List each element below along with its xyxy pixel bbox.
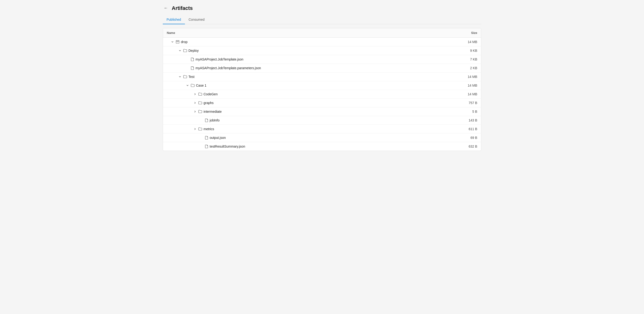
file-icon bbox=[205, 145, 208, 148]
row-name-label: jobInfo bbox=[210, 118, 220, 122]
table-row: jobInfo143 B bbox=[163, 116, 481, 125]
row-size-label: 5 B bbox=[472, 110, 477, 113]
row-name-label: graphs bbox=[204, 101, 214, 105]
row-size-label: 14 MB bbox=[468, 92, 477, 96]
row-size-label: 143 B bbox=[468, 118, 477, 122]
table-row: myASAProject.JobTemplate.parameters.json… bbox=[163, 64, 481, 72]
row-name-label: myASAProject.JobTemplate.parameters.json bbox=[196, 66, 261, 70]
row-name-label: CodeGen bbox=[204, 92, 218, 96]
tab-bar: PublishedConsumed bbox=[163, 15, 481, 24]
folder-icon bbox=[198, 127, 202, 131]
file-icon bbox=[191, 57, 194, 61]
col-size-header: Size bbox=[471, 31, 477, 35]
row-name-label: myASAProject.JobTemplate.json bbox=[196, 57, 243, 61]
row-size-label: 69 B bbox=[470, 136, 477, 140]
row-name-label: drop bbox=[181, 40, 188, 44]
row-name-label: intermediate bbox=[204, 110, 222, 113]
table-row: Test14 MB bbox=[163, 72, 481, 81]
table-row: Case 114 MB bbox=[163, 81, 481, 90]
row-size-label: 14 MB bbox=[468, 75, 477, 79]
table-header: Name Size bbox=[163, 28, 481, 38]
folder-icon bbox=[183, 75, 187, 79]
chevron-right-icon[interactable] bbox=[193, 128, 197, 130]
row-name-label: Deploy bbox=[188, 49, 199, 52]
chevron-right-icon[interactable] bbox=[193, 110, 197, 113]
row-size-label: 611 B bbox=[468, 127, 477, 131]
row-name-label: Test bbox=[188, 75, 194, 79]
row-size-label: 7 KB bbox=[470, 57, 477, 61]
table-row: Deploy9 KB bbox=[163, 46, 481, 55]
artifacts-table: Name Size drop14 MB Deploy9 KB myASAProj… bbox=[163, 28, 481, 151]
row-name-label: output.json bbox=[210, 136, 226, 140]
chevron-down-icon[interactable] bbox=[170, 41, 174, 43]
file-icon bbox=[191, 66, 194, 70]
table-row: drop14 MB bbox=[163, 38, 481, 46]
archive-icon bbox=[176, 40, 180, 44]
row-name-label: metrics bbox=[204, 127, 214, 131]
row-name-label: Case 1 bbox=[196, 84, 206, 87]
chevron-right-icon[interactable] bbox=[193, 102, 197, 104]
back-button[interactable]: ← bbox=[163, 5, 169, 11]
table-row: intermediate5 B bbox=[163, 107, 481, 116]
tab-consumed[interactable]: Consumed bbox=[185, 15, 208, 24]
table-row: output.json69 B bbox=[163, 133, 481, 142]
page: ← Artifacts PublishedConsumed Name Size … bbox=[157, 0, 487, 156]
table-row: testResultSummary.json632 B bbox=[163, 142, 481, 151]
row-name-label: testResultSummary.json bbox=[210, 145, 245, 148]
file-icon bbox=[205, 136, 208, 140]
row-size-label: 14 MB bbox=[468, 84, 477, 87]
page-title: Artifacts bbox=[172, 5, 193, 11]
row-size-label: 2 KB bbox=[470, 66, 477, 70]
file-icon bbox=[205, 118, 208, 122]
page-header: ← Artifacts bbox=[163, 5, 481, 11]
table-row: metrics611 B bbox=[163, 125, 481, 133]
table-body: drop14 MB Deploy9 KB myASAProject.JobTem… bbox=[163, 38, 481, 151]
chevron-down-icon[interactable] bbox=[178, 75, 182, 78]
row-size-label: 9 KB bbox=[470, 49, 477, 52]
row-size-label: 757 B bbox=[468, 101, 477, 105]
chevron-down-icon[interactable] bbox=[178, 49, 182, 52]
table-row: graphs757 B bbox=[163, 99, 481, 107]
folder-icon bbox=[198, 101, 202, 105]
folder-icon bbox=[198, 92, 202, 96]
chevron-right-icon[interactable] bbox=[193, 93, 197, 95]
table-row: CodeGen14 MB bbox=[163, 90, 481, 99]
folder-icon bbox=[183, 49, 187, 52]
chevron-down-icon[interactable] bbox=[186, 84, 190, 87]
col-name-header: Name bbox=[167, 31, 175, 35]
svg-rect-1 bbox=[176, 41, 179, 43]
row-size-label: 14 MB bbox=[468, 40, 477, 44]
tab-published[interactable]: Published bbox=[163, 15, 185, 24]
folder-icon bbox=[191, 84, 194, 87]
folder-icon bbox=[198, 110, 202, 113]
table-row: myASAProject.JobTemplate.json7 KB bbox=[163, 55, 481, 64]
row-size-label: 632 B bbox=[468, 145, 477, 148]
